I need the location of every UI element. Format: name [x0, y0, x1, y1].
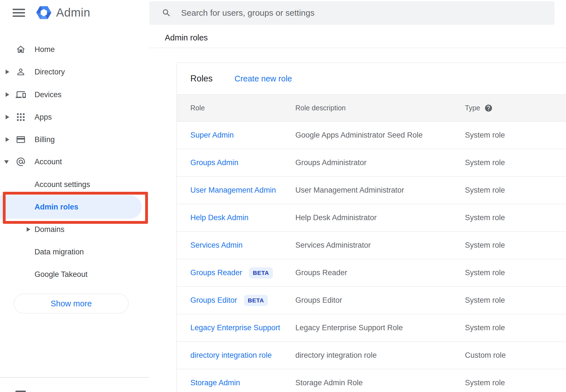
role-link[interactable]: Groups Editor — [190, 296, 237, 305]
sidebar: Admin HomeDirectoryDevicesAppsBillingAcc… — [0, 0, 149, 392]
column-header-description: Role description — [295, 104, 465, 112]
role-cell: Groups Admin — [190, 158, 295, 167]
sidebar-item-home[interactable]: Home — [0, 38, 142, 61]
sidebar-item-label: Devices — [35, 90, 61, 99]
sidebar-item-label: Google Takeout — [35, 270, 88, 279]
beta-badge: BETA — [249, 267, 273, 279]
card-icon — [16, 135, 26, 145]
role-link[interactable]: Services Admin — [190, 241, 243, 250]
role-cell: directory integration role — [190, 351, 295, 360]
apps-icon — [16, 112, 26, 122]
sidebar-item-label: Domains — [35, 225, 65, 234]
roles-card: Roles Create new role Role Role descript… — [177, 63, 566, 392]
role-description: directory integration role — [295, 351, 465, 360]
role-type: System role — [465, 213, 566, 222]
column-header-role: Role — [190, 104, 295, 112]
role-type: System role — [465, 379, 566, 387]
role-type: System role — [465, 268, 566, 277]
sidebar-divider — [0, 377, 149, 378]
role-type: System role — [465, 296, 566, 305]
roles-card-header: Roles Create new role — [177, 63, 566, 94]
role-description: Groups Editor — [295, 296, 465, 305]
role-type: System role — [465, 158, 566, 167]
role-cell: Legacy Enterprise Support — [190, 323, 295, 332]
role-link[interactable]: Legacy Enterprise Support — [190, 323, 280, 332]
table-row: Super AdminGoogle Apps Administrator See… — [177, 122, 566, 149]
header-divider — [149, 48, 566, 48]
role-type: System role — [465, 323, 566, 332]
role-description: Groups Administrator — [295, 158, 465, 167]
at-icon — [16, 157, 26, 167]
beta-badge: BETA — [244, 295, 268, 306]
sidebar-item-devices[interactable]: Devices — [0, 83, 142, 106]
clipped-bottom-icon — [15, 391, 26, 392]
role-link[interactable]: User Management Admin — [190, 186, 276, 195]
sidebar-item-label: Account — [35, 158, 62, 166]
show-more-button[interactable]: Show more — [14, 294, 129, 313]
table-row: Help Desk AdminHelp Desk AdministratorSy… — [177, 204, 566, 232]
role-cell: Groups ReaderBETA — [190, 267, 295, 279]
roles-title: Roles — [190, 74, 213, 84]
sidebar-item-data-migration[interactable]: Data migration — [0, 240, 142, 264]
role-description: User Management Administrator — [295, 186, 465, 195]
breadcrumb: Admin roles — [165, 33, 208, 42]
table-row: directory integration roledirectory inte… — [177, 342, 566, 369]
table-row: Storage AdminStorage Admin RoleSystem ro… — [177, 369, 566, 392]
role-link[interactable]: Groups Reader — [190, 268, 242, 277]
create-new-role-link[interactable]: Create new role — [234, 74, 292, 83]
sidebar-item-label: Apps — [35, 113, 52, 122]
role-link[interactable]: Help Desk Admin — [190, 213, 248, 222]
role-description: Services Administrator — [295, 241, 465, 250]
chevron-right-icon — [6, 92, 9, 97]
sidebar-header: Admin — [0, 0, 90, 25]
table-row: Groups EditorBETAGroups EditorSystem rol… — [177, 287, 566, 314]
sidebar-item-directory[interactable]: Directory — [0, 60, 142, 84]
admin-logo-icon[interactable] — [36, 4, 52, 21]
role-cell: Storage Admin — [190, 379, 295, 387]
role-description: Groups Reader — [295, 268, 465, 277]
sidebar-item-domains[interactable]: Domains — [0, 218, 142, 241]
show-more-label: Show more — [51, 299, 92, 308]
table-row: User Management AdminUser Management Adm… — [177, 177, 566, 204]
sidebar-item-label: Directory — [35, 68, 65, 76]
roles-table-header: Role Role description Type — [177, 94, 566, 122]
table-row: Legacy Enterprise SupportLegacy Enterpri… — [177, 314, 566, 342]
sidebar-item-apps[interactable]: Apps — [0, 105, 142, 129]
role-cell: User Management Admin — [190, 186, 295, 195]
column-header-type: Type — [465, 104, 566, 112]
search-input[interactable] — [149, 1, 554, 25]
home-icon — [16, 44, 26, 54]
table-row: Services AdminServices AdministratorSyst… — [177, 232, 566, 259]
role-type: System role — [465, 186, 566, 195]
sidebar-item-label: Account settings — [35, 180, 90, 189]
sidebar-item-account-settings[interactable]: Account settings — [0, 173, 142, 196]
sidebar-item-label: Home — [35, 45, 55, 54]
menu-icon[interactable] — [13, 7, 25, 19]
app-title: Admin — [56, 6, 90, 19]
help-icon[interactable] — [484, 104, 493, 112]
role-type: System role — [465, 131, 566, 140]
sidebar-item-billing[interactable]: Billing — [0, 128, 142, 151]
role-cell: Super Admin — [190, 131, 295, 140]
search-bar — [149, 1, 554, 25]
chevron-down-icon — [4, 160, 9, 164]
sidebar-item-label: Admin roles — [35, 203, 78, 211]
sidebar-item-account[interactable]: Account — [0, 150, 142, 174]
role-link[interactable]: Super Admin — [190, 131, 234, 140]
chevron-right-icon — [6, 115, 9, 119]
roles-table-body: Super AdminGoogle Apps Administrator See… — [177, 122, 566, 392]
role-type: System role — [465, 241, 566, 250]
role-link[interactable]: directory integration role — [190, 351, 272, 360]
table-row: Groups AdminGroups AdministratorSystem r… — [177, 149, 566, 177]
person-icon — [16, 67, 26, 77]
role-link[interactable]: Storage Admin — [190, 379, 240, 387]
role-cell: Groups EditorBETA — [190, 295, 295, 306]
sidebar-item-admin-roles[interactable]: Admin roles — [0, 195, 142, 219]
devices-icon — [16, 90, 26, 100]
role-cell: Help Desk Admin — [190, 213, 295, 222]
role-type: Custom role — [465, 351, 566, 360]
role-link[interactable]: Groups Admin — [190, 158, 238, 167]
role-cell: Services Admin — [190, 241, 295, 250]
table-row: Groups ReaderBETAGroups ReaderSystem rol… — [177, 259, 566, 287]
sidebar-item-google-takeout[interactable]: Google Takeout — [0, 263, 142, 286]
